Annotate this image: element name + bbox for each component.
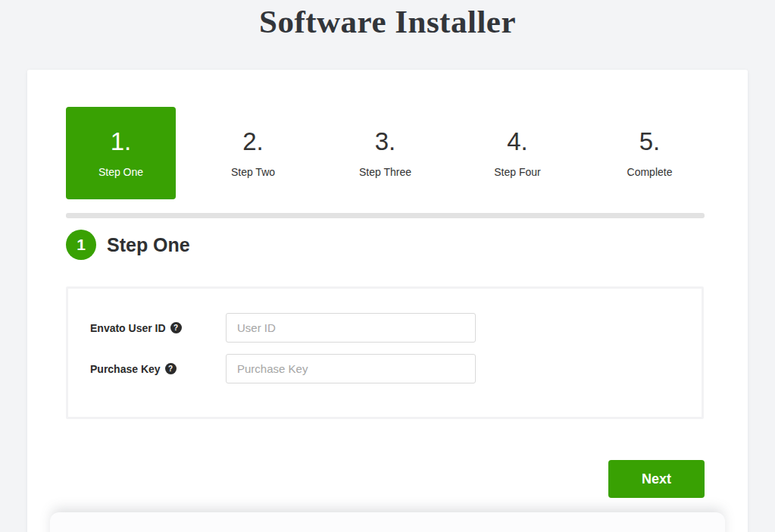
next-button[interactable]: Next (608, 460, 705, 498)
form-row-envato-user-id: Envato User ID ? (90, 313, 702, 343)
step-number-badge: 1 (66, 230, 96, 260)
step-label: Step Three (359, 166, 411, 178)
step-label: Step Two (231, 166, 275, 178)
question-circle-icon[interactable]: ? (170, 322, 182, 333)
envato-user-id-input[interactable] (226, 313, 476, 343)
section-header: 1 Step One (66, 230, 705, 260)
page-title: Software Installer (0, 0, 775, 42)
form-row-purchase-key: Purchase Key ? (90, 354, 702, 383)
section-heading: Step One (107, 234, 190, 256)
stepper-item-complete[interactable]: 5. Complete (595, 107, 705, 199)
step-number: 2. (242, 128, 264, 155)
step-one-form-panel: Envato User ID ? Purchase Key ? (66, 286, 704, 419)
stepper-item-step-one[interactable]: 1. Step One (66, 107, 176, 199)
installer-page: Software Installer 1. Step One 2. Step T… (0, 0, 775, 532)
purchase-key-input[interactable] (226, 354, 476, 383)
stepper-item-step-two[interactable]: 2. Step Two (198, 107, 308, 199)
step-indicator: 1. Step One 2. Step Two 3. Step Three 4.… (66, 107, 705, 199)
question-circle-icon[interactable]: ? (165, 363, 177, 374)
label-text: Envato User ID (90, 322, 166, 334)
step-label: Complete (627, 166, 673, 178)
progress-track (66, 213, 705, 218)
stepper-item-step-three[interactable]: 3. Step Three (330, 107, 440, 199)
purchase-key-label: Purchase Key ? (90, 363, 226, 375)
form-actions: Next (66, 460, 705, 498)
step-number: 4. (507, 128, 528, 155)
next-section-peek (50, 512, 725, 532)
step-number: 1. (111, 128, 132, 155)
step-label: Step One (98, 166, 143, 178)
step-number: 3. (375, 128, 396, 155)
step-number: 5. (639, 128, 661, 155)
step-label: Step Four (494, 166, 540, 178)
label-text: Purchase Key (90, 363, 161, 375)
envato-user-id-label: Envato User ID ? (90, 322, 226, 334)
installer-card: 1. Step One 2. Step Two 3. Step Three 4.… (27, 70, 748, 532)
stepper-item-step-four[interactable]: 4. Step Four (463, 107, 573, 199)
